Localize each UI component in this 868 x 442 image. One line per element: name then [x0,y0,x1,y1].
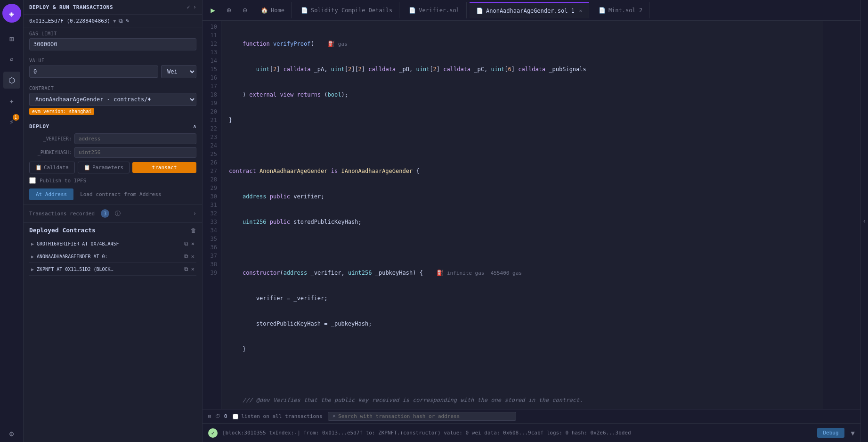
code-scroll[interactable]: 10 11 12 13 14 15 16 17 18 19 20 21 22 2… [203,21,860,409]
copy-icon-zkpnft[interactable]: ⧉ [184,266,188,272]
tab-anon-label: AnonAadhaarAgeGender.sol 1 [486,8,575,14]
sidebar-item-plugins[interactable]: ✦ [3,92,20,109]
tab-anon-close[interactable]: ✕ [579,8,582,13]
right-collapse-arrow[interactable]: ‹ [860,0,868,442]
transactions-badge: 3 [101,209,109,218]
sidebar-item-explorer[interactable]: ⊞ [3,30,20,47]
code-line-11: uint[2] calldata _pA, uint[2][2] calldat… [229,65,823,74]
search-bar[interactable]: ⌕ [328,412,516,421]
copy-address-icon[interactable]: ⧉ [119,17,123,24]
run-icon[interactable]: ▶ [206,4,219,17]
tab-home-label: Home [271,7,284,14]
at-address-button[interactable]: At Address [29,188,73,200]
count-badge: 0 [224,413,227,419]
publish-row: Publish to IPFS [29,177,196,184]
pubkeyhash-param-row: _PUBKEYHASH: [29,147,196,158]
code-line-18 [229,243,823,252]
close-icon-anon[interactable]: ✕ [191,253,195,260]
pubkeyhash-input[interactable] [74,147,196,158]
transactions-row: Transactions recorded 3 ⓘ › [24,204,202,222]
tx-search-input[interactable] [338,413,512,419]
listen-label: listen on all transactions [241,413,322,419]
listen-row: listen on all transactions [233,413,322,419]
contract-actions-zkpnft: ⧉ ✕ [184,266,195,272]
sidebar-item-search[interactable]: ⌕ [3,51,20,68]
close-icon-zkpnft[interactable]: ✕ [191,266,195,272]
contract-actions-anon: ⧉ ✕ [184,253,195,260]
verifier-input[interactable] [74,133,196,144]
external-link-icon[interactable]: ✎ [126,17,129,24]
bottom-bar: ⊟ ⏱ 0 listen on all transactions ⌕ [203,409,860,423]
tx-text: [block:3010355 txIndex:-] from: 0x013...… [222,430,812,436]
listen-checkbox[interactable] [233,414,238,419]
main-area: ▶ ⊕ ⊖ 🏠 Home 📄 Solidity Compile Details … [203,0,860,442]
parameters-icon: 📋 [84,164,90,171]
search2-icon[interactable]: ⊖ [238,4,251,17]
collapse-deploy-icon[interactable]: ∧ [193,123,196,130]
value-group: VALUE Wei Gwei Ether [24,54,202,82]
home-icon: 🏠 [261,7,268,14]
expand-tx-icon[interactable]: ▼ [851,429,855,437]
evm-badge: evm version: shanghai [29,108,94,115]
contract-item: ▶ GROTH16VERIFIER AT 0X74B…A45F ⧉ ✕ [29,237,196,250]
transactions-expand-icon[interactable]: › [193,210,196,217]
verifier-param-row: _VERIFIER: [29,133,196,144]
gas-limit-group: GAS LIMIT [24,27,202,54]
copy-icon-anon[interactable]: ⧉ [184,253,188,260]
sidebar-item-debug[interactable]: ⚡ 1 [3,113,20,130]
expand-icon-zkpnft[interactable]: ▶ [31,267,34,272]
deployed-contracts-section: Deployed Contracts 🗑 ▶ GROTH16VERIFIER A… [24,222,202,442]
tab-compile-label: Solidity Compile Details [311,7,392,14]
info-icon: ⓘ [115,210,121,217]
chevron-right-icon: › [193,4,196,10]
checkmark-icon: ✓ [187,4,190,10]
code-content: function verifyProof( ⛽ gas uint[2] call… [221,21,823,409]
code-line-14 [229,141,823,150]
code-line-15: contract AnonAadhaarAgeGender is IAnonAa… [229,167,823,175]
tab-anon[interactable]: 📄 AnonAadhaarAgeGender.sol 1 ✕ [470,2,589,18]
debug-button[interactable]: Debug [817,428,844,438]
code-line-19: constructor(address _verifier, uint256 _… [229,269,823,277]
value-input[interactable] [29,65,158,78]
tab-verifier-label: Verifier.sol [419,7,460,14]
sidebar-item-settings[interactable]: ⚙ [3,425,20,442]
clock-icon[interactable]: ⏱ [215,413,220,419]
address-dropdown-icon[interactable]: ▼ [113,18,116,24]
contract-select[interactable]: AnonAadhaarAgeGender - contracts/♦ [29,93,196,106]
load-contract-button[interactable]: Load contract from Address [76,188,165,200]
deploy-section: DEPLOY ∧ _VERIFIER: _PUBKEYHASH: 📋 Calld… [24,119,202,204]
tab-mint-label: Mint.sol 2 [608,7,642,14]
panel-header-icons: ✓ › [187,4,196,10]
search-icon[interactable]: ⊕ [222,4,235,17]
transactions-label: Transactions recorded [29,211,95,217]
tab-verifier[interactable]: 📄 Verifier.sol [402,2,467,18]
deployed-title: Deployed Contracts [29,227,96,234]
contract-name-groth16: GROTH16VERIFIER AT 0X74B…A45F [37,241,181,246]
publish-checkbox[interactable] [29,177,36,184]
publish-label: Publish to IPFS [40,178,86,184]
expand-icon-anon[interactable]: ▶ [31,254,34,259]
line-numbers: 10 11 12 13 14 15 16 17 18 19 20 21 22 2… [203,21,221,409]
transact-button[interactable]: transact [132,162,196,173]
collapse-bottom-icon[interactable]: ⊟ [208,413,211,419]
code-line-24: /// @dev Verifies that the public key re… [229,396,823,404]
close-icon-groth16[interactable]: ✕ [191,240,195,247]
code-line-13: } [229,116,823,124]
calldata-icon: 📋 [35,164,42,171]
panel-title: DEPLOY & RUN TRANSACTIONS [29,4,113,10]
copy-icon-groth16[interactable]: ⧉ [184,240,188,247]
tab-home[interactable]: 🏠 Home [254,2,292,18]
delete-all-icon[interactable]: 🗑 [191,227,196,234]
tab-mint[interactable]: 📄 Mint.sol 2 [592,2,649,18]
contract-name-zkpnft: ZKPNFT AT 0X11…51D2 (BLOCK… [37,267,181,272]
expand-icon-groth16[interactable]: ▶ [31,241,34,246]
parameters-button[interactable]: 📋 Parameters [78,162,130,173]
sidebar-item-solidity[interactable]: ⬡ [3,72,20,89]
calldata-button[interactable]: 📋 Calldata [29,162,75,173]
gas-limit-input[interactable] [29,38,196,50]
compile-doc-icon: 📄 [301,7,308,14]
tab-solidity-compile[interactable]: 📄 Solidity Compile Details [294,2,399,18]
unit-select[interactable]: Wei Gwei Ether [161,65,196,78]
contract-label: CONTRACT [29,86,196,91]
contract-item-2: ▶ ANONAADHAARAGEENDER AT 0: ⧉ ✕ [29,250,196,263]
